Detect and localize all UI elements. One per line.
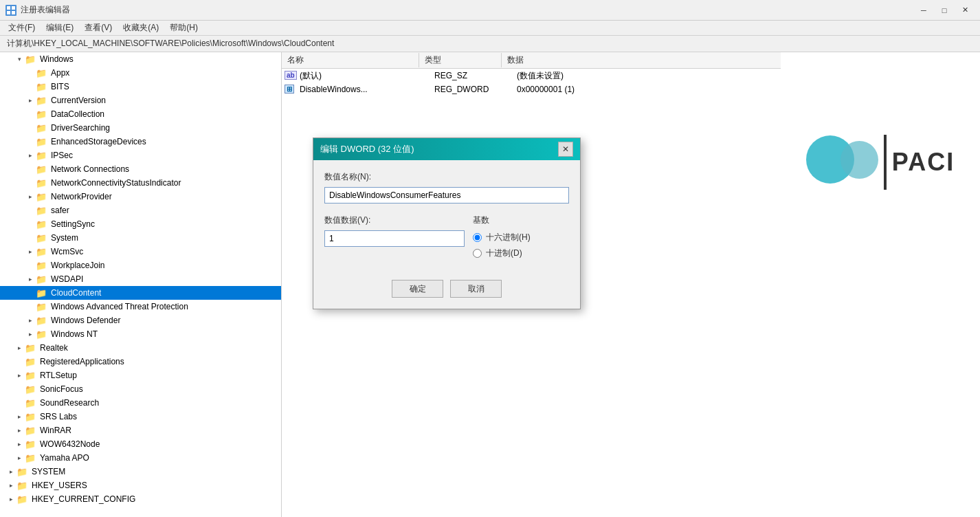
tree-item-label: IPSec (51, 151, 73, 160)
tree-panel[interactable]: ▾📁Windows📁Appx📁BITS▸📁CurrentVersion📁Data… (0, 52, 282, 517)
tree-item-label: Appx (51, 68, 69, 78)
tree-item[interactable]: 📁SettingSync (0, 217, 281, 231)
value-section: 数值数据(V): (324, 214, 465, 263)
tree-item[interactable]: 📁EnhancedStorageDevices (0, 135, 281, 148)
minimize-button[interactable]: ─ (914, 3, 933, 17)
folder-icon: 📁 (36, 288, 48, 298)
folder-icon: 📁 (36, 274, 48, 284)
col-header-data: 数据 (502, 53, 980, 67)
tree-item[interactable]: ▸📁IPSec (0, 148, 281, 162)
tree-item[interactable]: 📁safer (0, 204, 281, 217)
title-bar: 注册表编辑器 ─ □ ✕ (0, 0, 980, 21)
folder-icon: 📁 (36, 261, 48, 270)
dialog-buttons: 确定 取消 (324, 280, 569, 298)
folder-icon: 📁 (25, 343, 37, 353)
tree-item[interactable]: 📁DataCollection (0, 107, 281, 121)
menu-view[interactable]: 查看(V) (79, 21, 118, 35)
tree-item[interactable]: ▸📁HKEY_CURRENT_CONFIG (0, 492, 281, 506)
tree-item[interactable]: ▸📁HKEY_USERS (0, 478, 281, 492)
ok-button[interactable]: 确定 (392, 280, 443, 298)
tree-item[interactable]: 📁SoundResearch (0, 396, 281, 410)
tree-item[interactable]: ▾📁Windows (0, 52, 281, 66)
menu-file[interactable]: 文件(F) (3, 21, 41, 35)
window-controls: ─ □ ✕ (914, 3, 975, 17)
folder-icon: 📁 (16, 481, 29, 490)
folder-icon: 📁 (36, 151, 48, 160)
tree-item[interactable]: 📁DriverSearching (0, 121, 281, 135)
folder-icon: 📁 (36, 164, 48, 174)
tree-item-label: EnhancedStorageDevices (51, 137, 146, 146)
expand-arrow-icon: ▸ (25, 331, 36, 338)
tree-item[interactable]: ▸📁Windows Defender (0, 314, 281, 327)
folder-icon: 📁 (25, 398, 37, 408)
tree-item-label: WcmSvc (51, 247, 83, 256)
decimal-radio-label[interactable]: 十进制(D) (473, 248, 569, 259)
reg-entry-name: DisableWindows... (300, 85, 434, 94)
tree-item-label: WSDAPI (51, 274, 83, 284)
tree-item[interactable]: ▸📁CurrentVersion (0, 94, 281, 107)
folder-icon: 📁 (36, 123, 48, 133)
tree-item[interactable]: 📁Network Connections (0, 162, 281, 176)
table-row[interactable]: ⊞DisableWindows...REG_DWORD0x00000001 (1… (282, 82, 980, 96)
tree-item[interactable]: ▸📁Yamaha APO (0, 451, 281, 465)
tree-item[interactable]: ▸📁RTLSetup (0, 368, 281, 382)
dialog-title: 编辑 DWORD (32 位值) (320, 143, 558, 155)
column-headers: 名称 类型 数据 (282, 52, 980, 69)
reg-entry-type: REG_SZ (434, 71, 517, 80)
tree-item-label: HKEY_CURRENT_CONFIG (32, 494, 135, 504)
decimal-radio[interactable] (473, 249, 482, 258)
tree-item[interactable]: ▸📁WcmSvc (0, 245, 281, 258)
tree-item[interactable]: 📁Appx (0, 66, 281, 80)
tree-item-label: WOW6432Node (40, 439, 100, 449)
folder-icon: 📁 (36, 206, 48, 215)
tree-item-label: Network Connections (51, 164, 129, 174)
expand-arrow-icon: ▸ (25, 276, 36, 283)
hex-radio-text: 十六进制(H) (486, 232, 531, 243)
tree-item[interactable]: 📁SonicFocus (0, 382, 281, 396)
dword-icon: ⊞ (285, 85, 297, 94)
folder-icon: 📁 (36, 137, 48, 146)
folder-icon: 📁 (25, 384, 37, 394)
name-input[interactable] (324, 187, 569, 204)
folder-icon: 📁 (36, 109, 48, 119)
tree-item[interactable]: ▸📁Windows NT (0, 327, 281, 341)
tree-item[interactable]: ▸📁Realtek (0, 341, 281, 355)
close-button[interactable]: ✕ (955, 3, 975, 17)
folder-icon: 📁 (36, 247, 48, 256)
tree-item[interactable]: ▸📁WOW6432Node (0, 437, 281, 451)
tree-item[interactable]: ▸📁WinRAR (0, 424, 281, 437)
tree-item[interactable]: 📁CloudContent (0, 286, 281, 300)
hex-radio-label[interactable]: 十六进制(H) (473, 232, 569, 243)
value-input[interactable] (324, 230, 465, 247)
menu-edit[interactable]: 编辑(E) (41, 21, 79, 35)
tree-item[interactable]: ▸📁WSDAPI (0, 272, 281, 286)
tree-item[interactable]: 📁NetworkConnectivityStatusIndicator (0, 176, 281, 190)
dialog-close-button[interactable]: ✕ (558, 142, 573, 157)
expand-arrow-icon: ▸ (14, 344, 25, 351)
reg-entry-data: (数值未设置) (517, 70, 977, 82)
col-header-type: 类型 (419, 53, 502, 67)
app-icon (5, 5, 16, 16)
tree-item[interactable]: 📁System (0, 231, 281, 245)
tree-item[interactable]: 📁RegisteredApplications (0, 355, 281, 368)
hex-radio[interactable] (473, 233, 482, 242)
maximize-button[interactable]: □ (935, 3, 954, 17)
tree-item[interactable]: 📁BITS (0, 80, 281, 94)
table-row[interactable]: ab(默认)REG_SZ(数值未设置) (282, 69, 980, 82)
tree-item[interactable]: ▸📁SYSTEM (0, 465, 281, 478)
tree-item-label: RegisteredApplications (40, 357, 124, 366)
tree-item[interactable]: ▸📁NetworkProvider (0, 190, 281, 204)
tree-item-label: WorkplaceJoin (51, 261, 104, 270)
tree-item[interactable]: 📁WorkplaceJoin (0, 258, 281, 272)
tree-item[interactable]: ▸📁SRS Labs (0, 410, 281, 424)
expand-arrow-icon: ▸ (5, 468, 16, 475)
dialog-body: 数值名称(N): 数值数据(V): 基数 十六进制(H) 十进制(D) 确定 (313, 160, 580, 309)
cancel-button[interactable]: 取消 (450, 280, 502, 298)
tree-item-label: WinRAR (40, 426, 71, 435)
menu-favorites[interactable]: 收藏夹(A) (118, 21, 164, 35)
folder-icon: 📁 (25, 357, 37, 366)
menu-help[interactable]: 帮助(H) (164, 21, 203, 35)
tree-item[interactable]: 📁Windows Advanced Threat Protection (0, 300, 281, 314)
folder-icon: 📁 (16, 494, 29, 504)
dialog-row: 数值数据(V): 基数 十六进制(H) 十进制(D) (324, 214, 569, 263)
